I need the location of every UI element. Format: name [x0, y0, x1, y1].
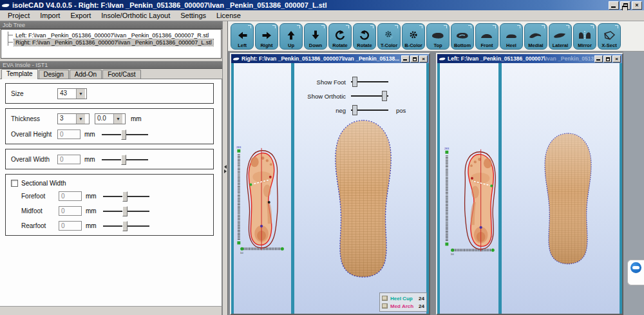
show-foot-label: Show Foot: [301, 79, 351, 86]
legend-row-med-arch: Med Arch 24: [382, 302, 424, 310]
rearfoot-input[interactable]: [59, 221, 82, 231]
right-button[interactable]: Right: [255, 23, 278, 50]
menu-export[interactable]: Export: [65, 11, 96, 20]
pos-label: pos: [388, 107, 406, 114]
slider-thumb[interactable]: [121, 155, 126, 165]
lateral-view-button[interactable]: Lateral: [549, 23, 572, 50]
close-button[interactable]: ×: [419, 55, 428, 62]
restore-button[interactable]: [620, 1, 630, 10]
show-orthotic-slider[interactable]: [351, 90, 388, 102]
thickness-offset-select[interactable]: 0.0 ▼: [95, 113, 126, 124]
slider-thumb[interactable]: [352, 77, 357, 87]
unit-label: mm: [86, 193, 97, 200]
viewport-left-title: Left: F:\Ivan _Penkin_051386_000007\Ivan…: [448, 55, 594, 62]
forefoot-slider[interactable]: [103, 191, 149, 202]
minimize-button[interactable]: [609, 1, 619, 10]
med-arch-toggle-icon[interactable]: [382, 303, 388, 309]
heel-view-icon: [504, 28, 519, 43]
x-sect-button[interactable]: X-Sect: [598, 23, 621, 50]
arrow-left-icon: [237, 28, 248, 43]
restore-button[interactable]: [410, 55, 419, 62]
menu-project[interactable]: Project: [3, 11, 35, 20]
menu-import[interactable]: Import: [35, 11, 65, 20]
up-button[interactable]: Up: [279, 23, 303, 50]
arrow-up-icon: [286, 28, 296, 43]
overall-height-slider[interactable]: [102, 129, 148, 140]
unit-label: mm: [86, 222, 97, 229]
rotate-ccw-button[interactable]: Rotate: [328, 23, 352, 50]
view-toolbar: Left Right Up Down Rotate Rotate T-Color…: [228, 21, 644, 52]
job-tree-item-right[interactable]: Right: F:\Ivan _Penkin_051386_000007\Iva…: [8, 39, 220, 46]
midfoot-slider[interactable]: [103, 206, 149, 216]
legend-row-heel-cup: Heel Cup 24: [382, 294, 424, 302]
overall-height-label: Overall Height: [11, 131, 57, 138]
panel-splitter[interactable]: [222, 21, 228, 315]
mirror-button[interactable]: Mirror: [573, 23, 596, 50]
overall-width-slider[interactable]: [102, 155, 148, 165]
remote-support-tab[interactable]: [627, 260, 644, 285]
down-button[interactable]: Down: [304, 23, 327, 50]
tab-design[interactable]: Design: [39, 70, 69, 79]
foot-shape: [247, 148, 278, 250]
slider-thumb[interactable]: [122, 221, 128, 231]
viewport-left-canvas[interactable]: 283 10: [437, 63, 622, 314]
foot-scan-right[interactable]: 283 10: [234, 140, 291, 260]
window-titlebar[interactable]: isoleCAD V4.0.0.5 - Right: F:\Ivan _Penk…: [0, 0, 644, 10]
medial-view-button[interactable]: Medial: [524, 23, 547, 50]
rearfoot-slider[interactable]: [103, 221, 149, 231]
neg-label: neg: [301, 107, 351, 114]
front-view-button[interactable]: Front: [475, 23, 498, 50]
window-title: isoleCAD V4.0.0.5 - Right: F:\Ivan _Penk…: [12, 1, 609, 9]
tab-template[interactable]: Template: [1, 69, 38, 79]
orthotic-mesh-left[interactable]: [536, 121, 600, 276]
tab-foot-cast[interactable]: Foot/Cast: [102, 70, 140, 79]
forefoot-input[interactable]: [59, 191, 82, 201]
job-tree-item-left[interactable]: Left: F:\Ivan _Penkin_051386_000007\Ivan…: [8, 32, 220, 39]
restore-button[interactable]: [603, 55, 612, 62]
slider-thumb[interactable]: [352, 105, 357, 115]
splitter-handle-icon[interactable]: [223, 162, 228, 176]
menu-settings[interactable]: Settings: [175, 11, 211, 20]
t-color-button[interactable]: T-Color: [377, 23, 401, 50]
sectional-width-checkbox[interactable]: [11, 180, 18, 187]
neg-pos-slider[interactable]: [351, 104, 388, 116]
menu-license[interactable]: License: [211, 11, 246, 20]
overall-height-input[interactable]: [57, 129, 80, 139]
overall-width-input[interactable]: [57, 155, 80, 164]
viewport-right-canvas[interactable]: Show Foot Show Orthotic neg pos: [231, 63, 429, 314]
top-view-button[interactable]: Top: [426, 23, 450, 50]
rotate-cw-button[interactable]: Rotate: [353, 23, 376, 50]
tab-add-on[interactable]: Add-On: [70, 70, 102, 79]
slider-thumb[interactable]: [122, 191, 128, 202]
orthotic-mesh-right[interactable]: [325, 118, 402, 279]
bottom-view-button[interactable]: Bottom: [451, 23, 474, 50]
slider-thumb[interactable]: [121, 129, 126, 140]
minimize-button[interactable]: [401, 55, 410, 62]
chevron-down-icon[interactable]: ▼: [113, 114, 122, 124]
thickness-select[interactable]: 3 ▼: [57, 113, 90, 124]
close-button[interactable]: ×: [632, 1, 642, 10]
midfoot-input[interactable]: [59, 206, 82, 216]
b-color-button[interactable]: B-Color: [402, 23, 425, 50]
unit-label: mm: [86, 207, 97, 215]
heel-view-button[interactable]: Heel: [500, 23, 523, 50]
slider-thumb[interactable]: [382, 91, 387, 101]
foot-scan-left[interactable]: 283 10: [442, 142, 499, 262]
size-select[interactable]: 43 ▼: [57, 88, 87, 99]
lateral-view-icon: [553, 28, 568, 43]
left-button[interactable]: Left: [231, 23, 254, 50]
viewport-left-titlebar[interactable]: Left: F:\Ivan _Penkin_051386_000007\Ivan…: [437, 54, 622, 63]
menu-insole-orthotic-layout[interactable]: Insole/Orthotic Layout: [96, 11, 175, 20]
chevron-down-icon[interactable]: ▼: [76, 89, 85, 99]
tree-connector: [8, 42, 13, 43]
viewport-right-titlebar[interactable]: Right: F:\Ivan _Penkin_051386_000007\Iva…: [231, 54, 429, 63]
chevron-down-icon[interactable]: ▼: [76, 114, 85, 124]
minimize-button[interactable]: [594, 55, 603, 62]
overall-width-label: Overall Width: [11, 156, 57, 163]
show-foot-slider[interactable]: [351, 76, 388, 88]
close-button[interactable]: ×: [612, 55, 621, 62]
restore-icon: [413, 57, 417, 61]
heel-cup-toggle-icon[interactable]: [382, 296, 388, 301]
bottom-color-gear-icon: [408, 28, 419, 43]
slider-thumb[interactable]: [122, 206, 128, 216]
